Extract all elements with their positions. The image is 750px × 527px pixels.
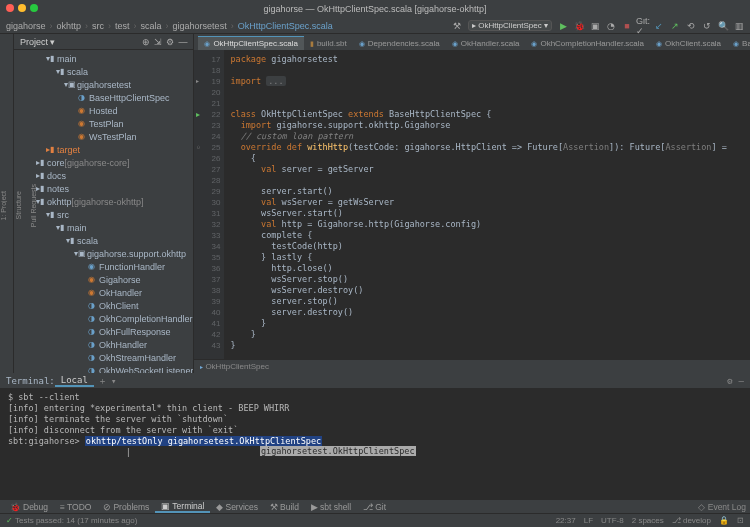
- lock-icon[interactable]: 🔒: [719, 516, 729, 525]
- profile-icon[interactable]: ◔: [606, 21, 616, 31]
- tests-status[interactable]: Tests passed: 14 (17 minutes ago): [6, 516, 137, 525]
- editor-tab[interactable]: ◉BaseHttpClientSpec.scala: [727, 36, 750, 50]
- tree-package[interactable]: ▾▣gigahorsetest: [14, 78, 193, 91]
- tab-debug[interactable]: 🐞 Debug: [4, 502, 54, 512]
- editor-body[interactable]: 1718 1920 2122 2324 2526 2728 2930 3132 …: [194, 50, 750, 359]
- tree-class[interactable]: ◑OkhStreamHandler: [14, 351, 193, 364]
- tab-terminal[interactable]: ▣ Terminal: [155, 501, 210, 513]
- run-icon[interactable]: ▶: [558, 21, 568, 31]
- run-config-selector[interactable]: ▸ OkHttpClientSpec ▾: [468, 20, 552, 31]
- breadcrumb-item[interactable]: okhttp: [57, 21, 82, 31]
- left-tool-strip: 1: Project Structure Pull Requests: [0, 34, 14, 373]
- pull-requests-tool-button[interactable]: Pull Requests: [30, 184, 37, 227]
- editor-tab[interactable]: ◉OkhCompletionHandler.scala: [525, 36, 650, 50]
- tree-class[interactable]: ◑OkhWebSocketListener: [14, 364, 193, 373]
- tree-class[interactable]: ◑OkhClient: [14, 299, 193, 312]
- tree-class[interactable]: ◉FunctionHandler: [14, 260, 193, 273]
- vcs-commit-icon[interactable]: ↗: [670, 21, 680, 31]
- terminal-tab[interactable]: Local: [55, 375, 94, 387]
- vcs-revert-icon[interactable]: ↺: [702, 21, 712, 31]
- indent-setting[interactable]: 2 spaces: [632, 516, 664, 525]
- settings-icon[interactable]: ▥: [734, 21, 744, 31]
- editor-tab-active[interactable]: ◉OkHttpClientSpec.scala: [198, 36, 303, 50]
- editor-tab[interactable]: ◉OkHandler.scala: [446, 36, 526, 50]
- structure-tool-button[interactable]: Structure: [15, 191, 22, 219]
- minimize-icon[interactable]: [18, 4, 26, 12]
- tree-folder-target[interactable]: ▸▮target: [14, 143, 193, 156]
- tab-sbt-shell[interactable]: ▶ sbt shell: [305, 502, 357, 512]
- tab-git[interactable]: ⎇ Git: [357, 502, 392, 512]
- terminal-dropdown-icon[interactable]: ▾: [111, 376, 116, 386]
- tab-services[interactable]: ◆ Services: [210, 502, 264, 512]
- tree-module[interactable]: ▾▮okhttp [gigahorse-okhttp]: [14, 195, 193, 208]
- tree-class[interactable]: ◉TestPlan: [14, 117, 193, 130]
- collapse-all-icon[interactable]: ⇲: [154, 37, 162, 47]
- caret-position[interactable]: 22:37: [556, 516, 576, 525]
- search-icon[interactable]: 🔍: [718, 21, 728, 31]
- project-header: Project▾ ⊕ ⇲ ⚙ —: [14, 34, 193, 50]
- project-tree[interactable]: ▾▮main ▾▮scala ▾▣gigahorsetest ◑BaseHttp…: [14, 50, 193, 373]
- breadcrumb-item[interactable]: gigahorse: [6, 21, 46, 31]
- tree-folder[interactable]: ▾▮scala: [14, 234, 193, 247]
- tree-class[interactable]: ◑OkhHandler: [14, 338, 193, 351]
- tab-problems[interactable]: ⊘ Problems: [97, 502, 155, 512]
- tree-package[interactable]: ▾▣gigahorse.support.okhttp: [14, 247, 193, 260]
- tree-folder[interactable]: ▸▮notes: [14, 182, 193, 195]
- editor-tab[interactable]: ▮build.sbt: [304, 36, 353, 50]
- tree-class[interactable]: ◉OkHandler: [14, 286, 193, 299]
- tree-folder[interactable]: ▾▮main: [14, 52, 193, 65]
- new-terminal-icon[interactable]: ＋: [98, 375, 107, 388]
- tree-class[interactable]: ◉WsTestPlan: [14, 130, 193, 143]
- vcs-history-icon[interactable]: ⟲: [686, 21, 696, 31]
- tree-class[interactable]: ◑BaseHttpClientSpec: [14, 91, 193, 104]
- tree-folder[interactable]: ▾▮scala: [14, 65, 193, 78]
- breadcrumb-item[interactable]: test: [115, 21, 130, 31]
- editor-tabs: ◉OkHttpClientSpec.scala ▮build.sbt ◉Depe…: [194, 34, 750, 50]
- event-log-button[interactable]: ◇ Event Log: [698, 502, 746, 512]
- tree-class[interactable]: ◉Hosted: [14, 104, 193, 117]
- tab-todo[interactable]: ≡ TODO: [54, 502, 97, 512]
- window-controls[interactable]: [6, 4, 38, 12]
- breadcrumb-file[interactable]: OkHttpClientSpec.scala: [238, 21, 333, 31]
- editor-gutter[interactable]: 1718 1920 2122 2324 2526 2728 2930 3132 …: [194, 50, 224, 359]
- navigation-bar: gigahorse› okhttp› src› test› scala› gig…: [0, 18, 750, 34]
- breadcrumb-item[interactable]: gigahorsetest: [173, 21, 227, 31]
- editor-tab[interactable]: ◉OkhClient.scala: [650, 36, 727, 50]
- tab-build[interactable]: ⚒ Build: [264, 502, 305, 512]
- project-tool-window: Project▾ ⊕ ⇲ ⚙ — ▾▮main ▾▮scala ▾▣gigaho…: [14, 34, 194, 373]
- hide-icon[interactable]: —: [739, 376, 744, 386]
- select-opened-file-icon[interactable]: ⊕: [142, 37, 150, 47]
- tree-folder[interactable]: ▸▮docs: [14, 169, 193, 182]
- code-area[interactable]: package gigahorsetest import ... class O…: [224, 50, 750, 359]
- breadcrumb-item[interactable]: scala: [141, 21, 162, 31]
- memory-indicator[interactable]: ⊡: [737, 516, 744, 525]
- build-icon[interactable]: ⚒: [452, 21, 462, 31]
- hide-icon[interactable]: —: [178, 37, 187, 47]
- file-encoding[interactable]: UTF-8: [601, 516, 624, 525]
- project-title[interactable]: Project: [20, 37, 48, 47]
- editor-breadcrumb-bar[interactable]: OkHttpClientSpec: [194, 359, 750, 373]
- close-icon[interactable]: [6, 4, 14, 12]
- stop-icon[interactable]: ■: [622, 21, 632, 31]
- coverage-icon[interactable]: ▣: [590, 21, 600, 31]
- git-branch[interactable]: ⎇ develop: [672, 516, 711, 525]
- project-tool-button[interactable]: 1: Project: [0, 191, 7, 221]
- terminal-body[interactable]: $ sbt --client [info] entering *experime…: [0, 388, 750, 499]
- status-bar: Tests passed: 14 (17 minutes ago) 22:37 …: [0, 513, 750, 527]
- run-config-name: OkHttpClientSpec: [478, 21, 542, 30]
- editor-tab[interactable]: ◉Dependencies.scala: [353, 36, 446, 50]
- maximize-icon[interactable]: [30, 4, 38, 12]
- tree-class[interactable]: ◑OkhFullResponse: [14, 325, 193, 338]
- tree-folder[interactable]: ▾▮src: [14, 208, 193, 221]
- tree-class[interactable]: ◉Gigahorse: [14, 273, 193, 286]
- line-separator[interactable]: LF: [584, 516, 593, 525]
- debug-icon[interactable]: 🐞: [574, 21, 584, 31]
- tree-class[interactable]: ◑OkhCompletionHandler: [14, 312, 193, 325]
- git-menu-icon[interactable]: Git: ✓: [638, 21, 648, 31]
- vcs-update-icon[interactable]: ↙: [654, 21, 664, 31]
- tree-module[interactable]: ▸▮core [gigahorse-core]: [14, 156, 193, 169]
- tree-folder[interactable]: ▾▮main: [14, 221, 193, 234]
- settings-icon[interactable]: ⚙: [727, 376, 732, 386]
- gear-icon[interactable]: ⚙: [166, 37, 174, 47]
- breadcrumb-item[interactable]: src: [92, 21, 104, 31]
